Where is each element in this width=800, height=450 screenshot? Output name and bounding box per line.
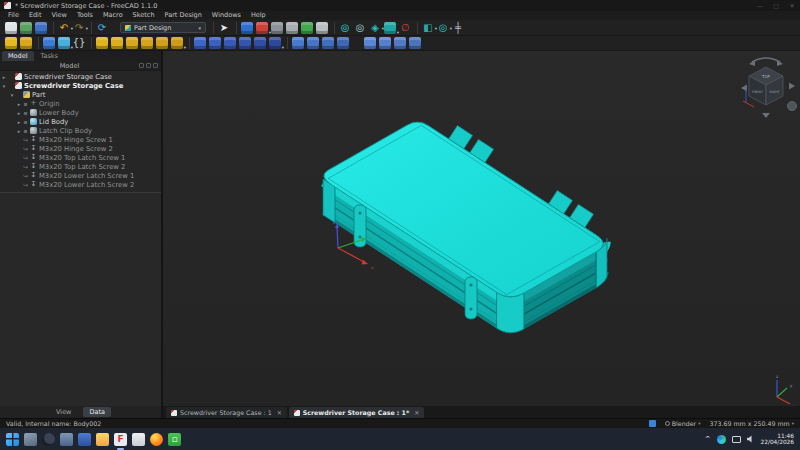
tree-item[interactable]: ↪ ↧ M3x20 Hinge Screw 2 (0, 144, 161, 153)
additive-pipe-icon[interactable] (141, 37, 153, 49)
maximize-button[interactable]: ▢ (768, 0, 784, 11)
tray-app-icon[interactable] (717, 435, 726, 444)
groove-icon[interactable] (224, 37, 236, 49)
mirrored-icon[interactable] (364, 37, 376, 49)
start-button[interactable] (6, 433, 19, 446)
menu-item[interactable]: Help (246, 11, 271, 20)
create-body-icon[interactable] (43, 37, 55, 49)
tree-item[interactable]: ↪ ↧ M3x20 Hinge Screw 1 (0, 135, 161, 144)
chamfer-icon[interactable] (307, 37, 319, 49)
tree-header-icon-3[interactable] (153, 63, 158, 68)
app-green-icon[interactable]: ▫ (168, 433, 181, 446)
tree-item[interactable]: ▸ ▪ Latch Clip Body (0, 126, 161, 135)
fillet-icon[interactable] (292, 37, 304, 49)
taskbar-app-icon-1[interactable] (24, 433, 37, 446)
document-tab[interactable]: Screwdriver Storage Case : 1 ✕ (166, 407, 287, 418)
menu-item[interactable]: Edit (24, 11, 47, 20)
measure-icon[interactable]: ╪ (452, 22, 464, 34)
create-sketch-icon[interactable] (5, 37, 17, 49)
clipping-plane-icon[interactable]: ∅ (399, 22, 411, 34)
menu-item[interactable]: View (46, 11, 71, 20)
isometric-view-icon[interactable]: ◈▾ (369, 22, 381, 34)
file-explorer-icon[interactable] (96, 433, 109, 446)
tree-expand-icon[interactable]: ▸ (1, 74, 7, 80)
tree-item[interactable]: ↪ ↧ M3x20 Top Latch Screw 2 (0, 162, 161, 171)
multitransform-icon[interactable] (409, 37, 421, 49)
freecad-taskbar-icon[interactable]: F (114, 433, 127, 446)
save-document-icon[interactable] (35, 22, 47, 34)
tree-header-icon-1[interactable] (139, 63, 144, 68)
view-screen-icon[interactable]: ▾ (384, 22, 396, 34)
volume-icon[interactable] (747, 435, 755, 443)
validate-tool-icon[interactable]: ▾ (256, 22, 268, 34)
network-icon[interactable] (732, 436, 741, 443)
zoom-fit-icon[interactable]: ◎ (339, 22, 351, 34)
subtractive-pipe-icon[interactable] (254, 37, 266, 49)
notepad-icon[interactable] (132, 433, 145, 446)
taskbar-app-icon-4[interactable] (78, 433, 91, 446)
view-cube-icon[interactable]: ◧▾ (422, 22, 434, 34)
close-tab-icon[interactable]: ✕ (277, 409, 282, 416)
tool-gray-icon-1[interactable] (271, 22, 283, 34)
pocket-icon[interactable] (194, 37, 206, 49)
menu-item[interactable]: File (3, 11, 24, 20)
thickness-icon[interactable] (337, 37, 349, 49)
dimension-readout[interactable]: 373.69 mm x 250.49 mm ▾ (709, 420, 794, 427)
revolution-icon[interactable] (111, 37, 123, 49)
export-icon[interactable]: ▾ (58, 37, 70, 49)
status-chip-icon[interactable] (649, 420, 656, 427)
polar-pattern-icon[interactable] (394, 37, 406, 49)
menu-item[interactable]: Sketch (128, 11, 160, 20)
tree-item[interactable]: ▸ Screwdriver Storage Case (0, 72, 161, 81)
nav-style-selector[interactable]: Blender ▾ (665, 420, 701, 427)
pad-icon[interactable] (96, 37, 108, 49)
close-tab-icon[interactable]: ✕ (414, 409, 419, 416)
undo-icon[interactable]: ↶▾ (58, 22, 70, 34)
new-document-icon[interactable] (5, 22, 17, 34)
draft-icon[interactable] (322, 37, 334, 49)
menu-item[interactable]: Part Design (160, 11, 207, 20)
edit-sketch-icon[interactable] (20, 37, 32, 49)
tree-item[interactable]: ▸ ▪ Lid Body (0, 117, 161, 126)
tree-expand-icon[interactable]: ▾ (9, 92, 15, 98)
navcube-sphere[interactable] (788, 102, 797, 111)
tree-item[interactable]: ▸ ▪ Lower Body (0, 108, 161, 117)
subtractive-loft-icon[interactable] (239, 37, 251, 49)
panel-tab[interactable]: Model (2, 51, 34, 61)
tool-gray-icon-3[interactable] (316, 22, 328, 34)
menu-item[interactable]: Windows (207, 11, 246, 20)
tree-item[interactable]: ↪ ↧ M3x20 Top Latch Screw 1 (0, 153, 161, 162)
tree-expand-icon[interactable]: ▾ (1, 83, 7, 89)
whats-this-icon[interactable]: ➤ (218, 22, 230, 34)
open-document-icon[interactable] (20, 22, 32, 34)
tree-item[interactable]: ↪ ↧ M3x20 Lower Latch Screw 2 (0, 180, 161, 189)
taskbar-app-icon-3[interactable] (60, 433, 73, 446)
property-tab[interactable]: View (50, 407, 77, 417)
dependency-tree-icon[interactable] (301, 22, 313, 34)
tree-header-icon-2[interactable] (146, 63, 151, 68)
additive-primitive-icon[interactable]: ▾ (171, 37, 183, 49)
3d-viewport[interactable]: z y x TOP FRONT RIGHT (163, 51, 800, 406)
case-model[interactable] (323, 122, 607, 333)
clock[interactable]: 11:46 22/04/2026 (761, 433, 794, 446)
tray-expand-icon[interactable]: ^ (705, 435, 711, 443)
menu-item[interactable]: Macro (98, 11, 128, 20)
tree-item[interactable]: ▾ Screwdriver Storage Case (0, 81, 161, 90)
taskbar-app-icon-2[interactable] (42, 433, 55, 446)
close-button[interactable]: ✕ (784, 0, 800, 11)
hole-icon[interactable] (209, 37, 221, 49)
link-tool-icon[interactable] (241, 22, 253, 34)
firefox-icon[interactable] (150, 433, 163, 446)
zoom-tools-icon[interactable]: ◎▾ (437, 22, 449, 34)
minimize-button[interactable]: — (752, 0, 768, 11)
property-tab[interactable]: Data (83, 407, 111, 417)
tree-item[interactable]: ↪ ↧ M3x20 Lower Latch Screw 1 (0, 171, 161, 180)
tree-item[interactable]: ▸ ▪ + Origin (0, 99, 161, 108)
redo-icon[interactable]: ↷▾ (73, 22, 85, 34)
additive-helix-icon[interactable] (156, 37, 168, 49)
expression-icon[interactable]: {} (73, 37, 85, 49)
workbench-selector[interactable]: Part Design ▾ (120, 22, 206, 33)
tree-item[interactable]: ▾ Part (0, 90, 161, 99)
menu-item[interactable]: Tools (72, 11, 98, 20)
document-tab[interactable]: Screwdriver Storage Case : 1* ✕ (289, 407, 425, 418)
